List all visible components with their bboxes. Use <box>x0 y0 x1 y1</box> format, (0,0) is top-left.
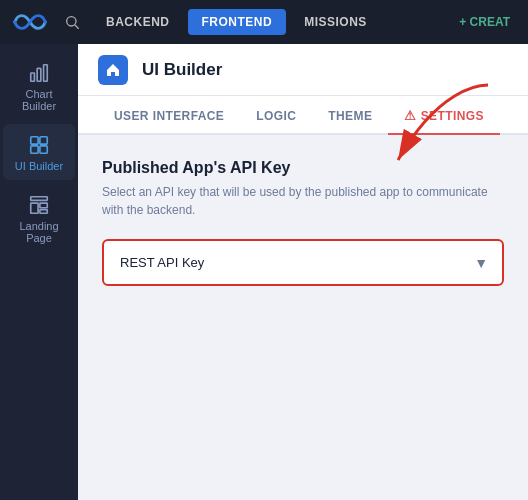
nav-create-button[interactable]: + CREAT <box>449 9 520 35</box>
sub-tabs: USER INTERFACE LOGIC THEME ⚠SETTINGS <box>78 96 528 135</box>
tab-settings[interactable]: ⚠SETTINGS <box>388 96 500 135</box>
api-key-dropdown-container: REST API Key ▼ <box>106 243 500 282</box>
tab-user-interface[interactable]: USER INTERFACE <box>98 97 240 135</box>
svg-rect-2 <box>31 73 35 81</box>
tab-logic[interactable]: LOGIC <box>240 97 312 135</box>
app-logo <box>8 10 52 34</box>
search-button[interactable] <box>56 10 88 34</box>
sidebar-item-ui-builder[interactable]: UI Builder <box>3 124 75 180</box>
page-header: UI Builder <box>78 44 528 96</box>
home-icon <box>98 55 128 85</box>
svg-rect-7 <box>31 146 38 153</box>
svg-rect-8 <box>40 146 47 153</box>
sidebar-label-landing: Landing Page <box>7 220 71 244</box>
settings-content: Published App's API Key Select an API ke… <box>78 135 528 500</box>
nav-backend[interactable]: BACKEND <box>92 9 184 35</box>
page-title: UI Builder <box>142 60 222 80</box>
svg-rect-12 <box>40 210 47 214</box>
tab-theme[interactable]: THEME <box>312 97 388 135</box>
api-key-dropdown[interactable]: REST API Key <box>106 243 500 282</box>
content-area: UI Builder USER INTERFACE LOGIC THEME ⚠S… <box>78 44 528 500</box>
warning-icon: ⚠ <box>404 108 416 123</box>
ui-builder-icon <box>28 134 50 156</box>
svg-rect-11 <box>40 203 47 208</box>
top-nav: BACKEND FRONTEND MISSIONS + CREAT <box>0 0 528 44</box>
svg-rect-3 <box>37 68 41 81</box>
svg-rect-10 <box>31 203 38 213</box>
api-key-dropdown-wrapper: REST API Key ▼ <box>102 239 504 286</box>
svg-point-0 <box>67 17 76 26</box>
sidebar-label-chart: Chart Builder <box>7 88 71 112</box>
svg-rect-4 <box>44 65 48 82</box>
sidebar-item-chart-builder[interactable]: Chart Builder <box>3 52 75 120</box>
chart-bar-icon <box>28 62 50 84</box>
nav-missions[interactable]: MISSIONS <box>290 9 381 35</box>
sidebar-item-landing-page[interactable]: Landing Page <box>3 184 75 252</box>
svg-line-1 <box>75 25 79 29</box>
sidebar-label-ui: UI Builder <box>15 160 63 172</box>
svg-rect-9 <box>31 197 48 201</box>
nav-frontend[interactable]: FRONTEND <box>188 9 287 35</box>
sidebar: Chart Builder UI Builder <box>0 44 78 500</box>
svg-rect-6 <box>40 137 47 144</box>
section-title: Published App's API Key <box>102 159 504 177</box>
main-layout: Chart Builder UI Builder <box>0 44 528 500</box>
landing-page-icon <box>28 194 50 216</box>
section-desc: Select an API key that will be used by t… <box>102 183 504 219</box>
svg-rect-5 <box>31 137 38 144</box>
